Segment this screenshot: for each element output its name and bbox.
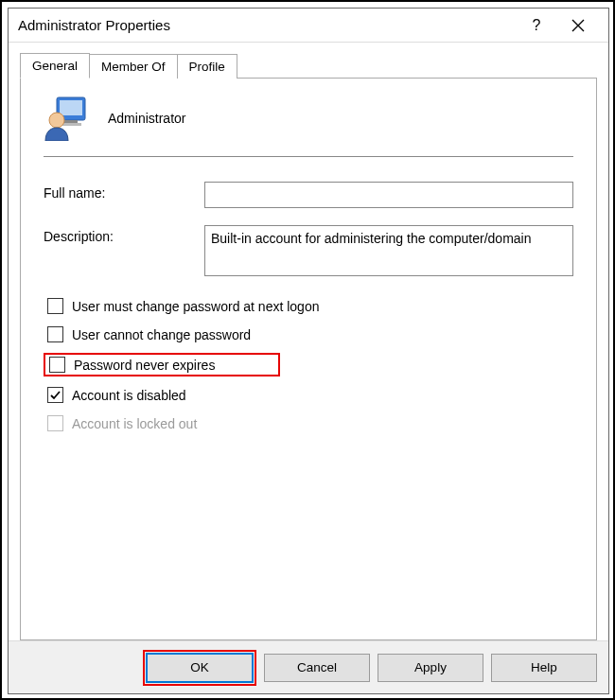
- divider: [44, 156, 573, 157]
- tab-strip: General Member Of Profile: [20, 52, 597, 78]
- full-name-input[interactable]: [204, 182, 573, 208]
- svg-point-4: [49, 113, 64, 128]
- row-description: Description:: [44, 225, 573, 279]
- titlebar: Administrator Properties ?: [9, 9, 608, 43]
- help-icon[interactable]: ?: [516, 11, 557, 40]
- screenshot-frame: Administrator Properties ? General Membe…: [0, 0, 615, 700]
- account-header: Administrator: [44, 96, 573, 141]
- tab-member-of[interactable]: Member Of: [89, 54, 178, 79]
- button-bar: OK Cancel Apply Help: [9, 640, 608, 693]
- checkbox-label: Account is disabled: [72, 388, 186, 403]
- dialog-body: General Member Of Profile: [9, 43, 608, 640]
- checkbox-cannot-change-password[interactable]: User cannot change password: [44, 324, 573, 344]
- checkbox-group: User must change password at next logon …: [44, 296, 573, 433]
- cancel-button[interactable]: Cancel: [264, 654, 370, 682]
- description-input[interactable]: [204, 225, 573, 276]
- checkbox-label: User must change password at next logon: [72, 299, 319, 314]
- checkbox-icon: [47, 326, 63, 342]
- checkbox-label: Password never expires: [74, 358, 215, 373]
- tab-profile[interactable]: Profile: [177, 54, 237, 79]
- help-button[interactable]: Help: [491, 654, 597, 682]
- window-title: Administrator Properties: [18, 17, 516, 33]
- svg-rect-2: [64, 120, 78, 123]
- checkbox-password-never-expires[interactable]: Password never expires: [44, 353, 280, 376]
- label-description: Description:: [44, 225, 204, 244]
- ok-button-highlight: OK: [143, 650, 256, 686]
- checkbox-icon: [47, 298, 63, 314]
- properties-dialog: Administrator Properties ? General Membe…: [8, 8, 609, 694]
- tab-general[interactable]: General: [20, 53, 90, 79]
- checkbox-label: Account is locked out: [72, 416, 197, 431]
- label-full-name: Full name:: [44, 182, 204, 201]
- ok-button[interactable]: OK: [147, 654, 253, 682]
- account-name: Administrator: [108, 111, 185, 126]
- close-icon[interactable]: [557, 11, 599, 40]
- user-account-icon: [44, 96, 89, 141]
- checkbox-account-disabled[interactable]: Account is disabled: [44, 385, 573, 405]
- checkbox-icon: [47, 387, 63, 403]
- checkbox-label: User cannot change password: [72, 327, 251, 342]
- checkbox-must-change-password[interactable]: User must change password at next logon: [44, 296, 573, 316]
- tab-panel-general: Administrator Full name: Description:: [20, 78, 597, 640]
- svg-rect-1: [60, 100, 82, 115]
- checkbox-icon: [47, 415, 63, 431]
- apply-button[interactable]: Apply: [378, 654, 483, 682]
- row-full-name: Full name:: [44, 182, 573, 208]
- checkbox-account-locked: Account is locked out: [44, 413, 573, 433]
- checkbox-icon: [49, 357, 65, 373]
